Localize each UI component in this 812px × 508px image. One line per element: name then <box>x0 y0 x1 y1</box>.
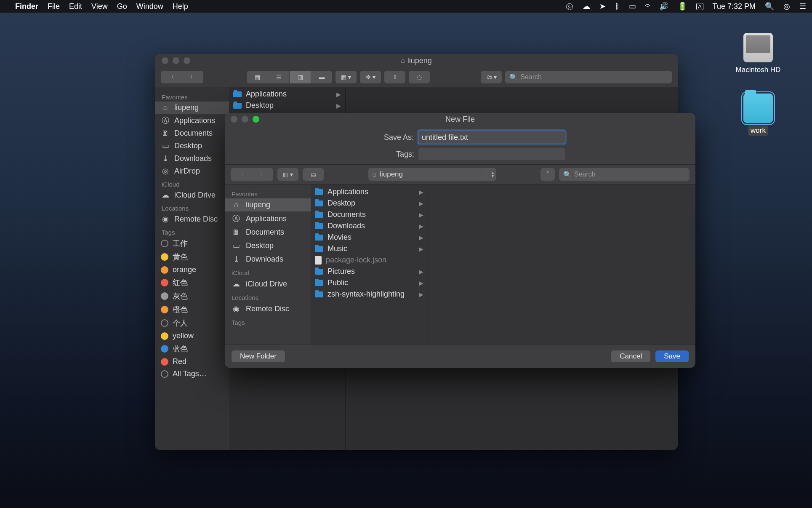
dialog-sidebar-item[interactable]: ⤓Downloads <box>225 252 311 266</box>
desktop-icon-hdd[interactable]: Macintosh HD <box>733 33 783 75</box>
tag-item[interactable]: 蓝色 <box>155 342 229 356</box>
finder-sidebar-item[interactable]: ◉Remote Disc <box>155 213 229 225</box>
notification-center-icon[interactable]: ☰ <box>799 2 806 11</box>
menu-go[interactable]: Go <box>117 2 127 11</box>
list-item[interactable]: Pictures▶ <box>311 266 428 277</box>
list-item[interactable]: zsh-syntax-highlighting▶ <box>311 289 428 300</box>
action-dropdown[interactable]: ✻ ▾ <box>360 71 381 83</box>
display-icon[interactable]: ▭ <box>629 2 636 11</box>
dialog-locations-title: Locations <box>225 291 311 302</box>
list-item[interactable]: Public▶ <box>311 277 428 289</box>
dialog-titlebar[interactable]: New File <box>225 113 695 126</box>
menu-app-name[interactable]: Finder <box>15 2 38 11</box>
tag-label: 工作 <box>173 238 188 249</box>
wechat-icon[interactable]: ㋛ <box>566 1 573 11</box>
finder-titlebar[interactable]: ⌂liupeng <box>155 54 678 67</box>
spotlight-icon[interactable]: 🔍 <box>765 2 774 11</box>
location-icon[interactable]: ➤ <box>599 2 606 11</box>
finder-sidebar-item[interactable]: ▭Desktop <box>155 139 229 152</box>
chevron-right-icon: ▶ <box>419 280 423 286</box>
tags-input[interactable] <box>418 148 565 160</box>
tags-button[interactable]: ◌ <box>409 71 430 83</box>
menu-window[interactable]: Window <box>136 2 163 11</box>
hdd-icon <box>743 33 773 62</box>
column-item[interactable]: Applications▶ <box>229 88 345 100</box>
dialog-sidebar-label: iCloud Drive <box>246 280 287 289</box>
column-item[interactable]: Desktop▶ <box>229 100 345 111</box>
tag-item[interactable]: 工作 <box>155 237 229 250</box>
finder-sidebar-item[interactable]: ⒶApplications <box>155 114 229 127</box>
nav-back-button[interactable]: 〈 <box>161 71 182 83</box>
dialog-sidebar-item[interactable]: ⌂liupeng <box>225 198 311 211</box>
home-icon: ⌂ <box>401 57 405 64</box>
list-item[interactable]: Movies▶ <box>311 232 428 243</box>
new-folder-button[interactable]: New Folder <box>232 350 285 362</box>
finder-search-field[interactable]: 🔍 Search <box>505 71 672 83</box>
arrange-dropdown[interactable]: ▦ ▾ <box>335 71 357 83</box>
tag-item[interactable]: 红色 <box>155 276 229 289</box>
view-icon-columns[interactable]: ▥ <box>290 71 311 83</box>
finder-sidebar-item[interactable]: 🗎Documents <box>155 127 229 139</box>
tag-item[interactable]: yellow <box>155 330 229 342</box>
dialog-nav-forward[interactable]: 〉 <box>252 168 273 181</box>
dialog-sidebar-item[interactable]: ☁iCloud Drive <box>225 277 311 291</box>
path-dropdown[interactable]: 🗂 ▾ <box>481 71 502 83</box>
input-source-icon[interactable]: A <box>696 3 703 10</box>
view-icon-gallery[interactable]: ▬ <box>311 71 332 83</box>
share-button[interactable]: ⇪ <box>384 71 405 83</box>
tag-item[interactable]: orange <box>155 264 229 276</box>
menu-edit[interactable]: Edit <box>69 2 82 11</box>
menu-help[interactable]: Help <box>173 2 188 11</box>
app-icon: Ⓐ <box>161 115 170 126</box>
save-button[interactable]: Save <box>655 350 689 362</box>
tag-item[interactable]: Red <box>155 356 229 368</box>
cancel-button[interactable]: Cancel <box>611 350 650 362</box>
wifi-icon[interactable]: ⌔ <box>645 2 650 11</box>
list-item[interactable]: Music▶ <box>311 243 428 254</box>
menu-file[interactable]: File <box>48 2 60 11</box>
location-dropdown[interactable]: ⌂ liupeng ▴▾ <box>368 168 496 181</box>
finder-sidebar-item[interactable]: ⌂liupeng <box>155 102 229 114</box>
list-item[interactable]: Applications▶ <box>311 186 428 198</box>
tag-item[interactable]: 橙色 <box>155 303 229 316</box>
list-item[interactable]: package-lock.json <box>311 254 428 266</box>
dialog-sidebar-item[interactable]: 🗎Documents <box>225 226 311 239</box>
dialog-view-columns[interactable]: ▥ ▾ <box>277 168 298 181</box>
save-as-input[interactable] <box>418 131 565 144</box>
tag-item[interactable]: 黄色 <box>155 250 229 264</box>
nav-forward-button[interactable]: 〉 <box>182 71 203 83</box>
tag-item[interactable]: All Tags… <box>155 368 229 380</box>
tag-label: yellow <box>173 332 194 340</box>
list-item[interactable]: Downloads▶ <box>311 220 428 232</box>
tag-item[interactable]: 灰色 <box>155 289 229 303</box>
finder-sidebar-item[interactable]: ◎AirDrop <box>155 165 229 177</box>
clock[interactable]: Tue 7:32 PM <box>713 2 756 11</box>
dialog-nav-back[interactable]: 〈 <box>231 168 252 181</box>
menu-view[interactable]: View <box>91 2 108 11</box>
view-icon-list[interactable]: ☰ <box>268 71 290 83</box>
dialog-sidebar-item[interactable]: ◉Remote Disc <box>225 302 311 315</box>
dialog-view-icon[interactable]: 🗂 <box>303 168 324 181</box>
list-item-label: package-lock.json <box>326 256 386 265</box>
dialog-sidebar-item[interactable]: ▭Desktop <box>225 239 311 252</box>
finder-sidebar-item[interactable]: ☁iCloud Drive <box>155 189 229 201</box>
view-icon-grid[interactable]: ▦ <box>247 71 268 83</box>
volume-icon[interactable]: 🔊 <box>659 2 668 11</box>
desktop-icon-work[interactable]: work <box>733 94 783 136</box>
siri-icon[interactable]: ◎ <box>783 2 790 11</box>
dialog-search-field[interactable]: 🔍 Search <box>559 168 690 181</box>
bluetooth-icon[interactable]: ᛒ <box>615 2 620 11</box>
cloud-status-icon[interactable]: ☁ <box>583 2 590 11</box>
folder-icon <box>315 235 323 241</box>
tag-label: 黄色 <box>173 252 188 262</box>
dialog-sidebar-label: Remote Disc <box>246 305 289 313</box>
collapse-button[interactable]: ˄ <box>540 168 555 181</box>
dialog-sidebar-item[interactable]: ⒶApplications <box>225 211 311 226</box>
battery-icon[interactable]: 🔋 <box>678 2 687 11</box>
finder-sidebar-item[interactable]: ⤓Downloads <box>155 152 229 165</box>
tag-label: 蓝色 <box>173 344 188 354</box>
sidebar-icloud-title: iCloud <box>155 177 229 189</box>
list-item[interactable]: Desktop▶ <box>311 198 428 209</box>
list-item[interactable]: Documents▶ <box>311 209 428 220</box>
tag-item[interactable]: 个人 <box>155 316 229 330</box>
